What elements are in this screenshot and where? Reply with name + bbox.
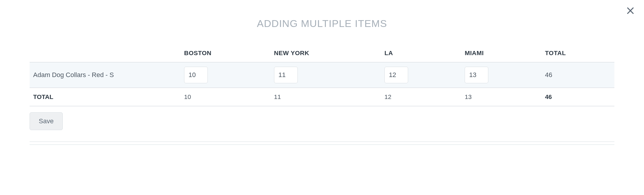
qty-input-la[interactable] (384, 67, 408, 83)
total-row: TOTAL 10 11 12 13 46 (30, 88, 614, 106)
add-items-modal: ADDING MULTIPLE ITEMS BOSTON NEW YORK LA… (0, 0, 644, 195)
modal-title: ADDING MULTIPLE ITEMS (30, 18, 614, 29)
qty-input-new-york[interactable] (274, 67, 298, 83)
items-table: BOSTON NEW YORK LA MIAMI TOTAL Adam Dog … (30, 44, 614, 106)
total-label: TOTAL (30, 88, 181, 106)
col-new-york: NEW YORK (271, 44, 381, 62)
table-row: Adam Dog Collars - Red - S 46 (30, 62, 614, 88)
col-miami: MIAMI (461, 44, 541, 62)
row-total: 46 (541, 62, 614, 88)
col-total: TOTAL (541, 44, 614, 62)
table-header-row: BOSTON NEW YORK LA MIAMI TOTAL (30, 44, 614, 62)
save-button[interactable]: Save (30, 112, 63, 130)
divider (30, 141, 614, 145)
col-boston: BOSTON (181, 44, 271, 62)
total-boston: 10 (181, 88, 271, 106)
qty-input-boston[interactable] (184, 67, 208, 83)
item-name: Adam Dog Collars - Red - S (30, 62, 181, 88)
grand-total: 46 (541, 88, 614, 106)
total-new-york: 11 (271, 88, 381, 106)
col-item (30, 44, 181, 62)
qty-input-miami[interactable] (465, 67, 488, 83)
close-icon[interactable] (626, 6, 635, 15)
col-la: LA (381, 44, 461, 62)
total-la: 12 (381, 88, 461, 106)
total-miami: 13 (461, 88, 541, 106)
